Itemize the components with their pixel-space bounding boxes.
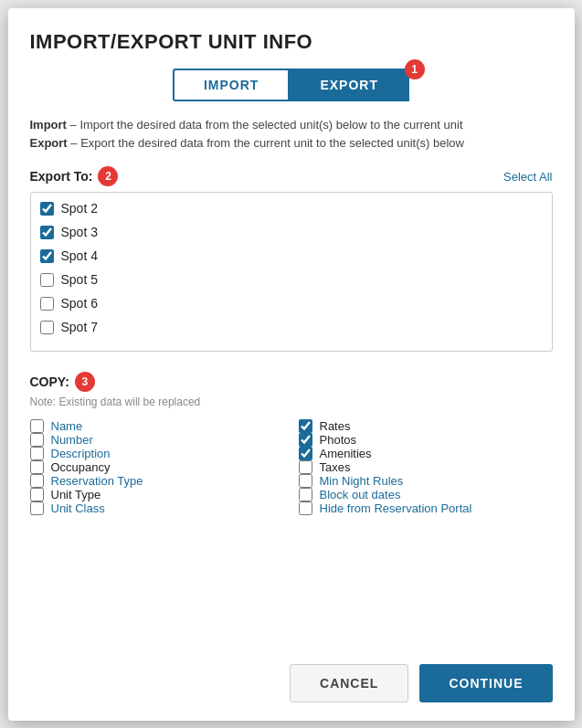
number-checkbox[interactable] [30, 433, 44, 447]
unit_class-label[interactable]: Unit Class [51, 501, 105, 515]
copy-grid: NameNumberDescriptionOccupancyReservatio… [30, 419, 553, 515]
description-checkbox[interactable] [30, 447, 44, 460]
export-section: Export To: 2 Select All Spot 2Spot 3Spot… [30, 166, 553, 352]
list-item: Amenities [299, 447, 553, 460]
export-to-text: Export To: [30, 169, 93, 184]
hide_from_portal-label[interactable]: Hide from Reservation Portal [320, 501, 472, 515]
list-item: Spot 7 [31, 315, 552, 339]
list-item: Description [30, 447, 284, 460]
dialog: IMPORT/EXPORT UNIT INFO IMPORT EXPORT 1 … [8, 8, 575, 721]
block_out_dates-checkbox[interactable] [299, 488, 312, 501]
min_night_rules-checkbox[interactable] [299, 474, 312, 488]
rates-label[interactable]: Rates [320, 419, 351, 433]
spot2-checkbox[interactable] [40, 202, 54, 216]
occupancy-label[interactable]: Occupancy [51, 460, 111, 474]
continue-button[interactable]: CONTINUE [419, 664, 552, 702]
copy-label-row: COPY: 3 [30, 372, 553, 392]
spot5-checkbox[interactable] [40, 273, 54, 287]
list-item: Unit Type [30, 488, 284, 501]
list-item: Min Night Rules [299, 474, 553, 488]
list-item: Spot 2 [31, 196, 552, 220]
copy-section: COPY: 3 Note: Existing data will be repl… [30, 372, 553, 515]
spot4-checkbox[interactable] [40, 249, 54, 263]
spot3-label[interactable]: Spot 3 [61, 225, 98, 239]
spots-list: Spot 2Spot 3Spot 4Spot 5Spot 6Spot 7 [30, 192, 553, 352]
reservation_type-label[interactable]: Reservation Type [51, 474, 143, 488]
spot5-label[interactable]: Spot 5 [61, 272, 98, 287]
unit_type-checkbox[interactable] [30, 488, 44, 501]
description-label[interactable]: Description [51, 447, 111, 460]
export-desc: – Export the desired data from the curre… [68, 136, 464, 150]
import-desc: – Import the desired data from the selec… [67, 118, 463, 132]
export-label: Export [30, 136, 68, 150]
spot7-label[interactable]: Spot 7 [61, 320, 98, 334]
block_out_dates-label[interactable]: Block out dates [320, 488, 401, 501]
list-item: Spot 5 [31, 268, 552, 291]
list-item: Spot 6 [31, 291, 552, 315]
copy-label: COPY: [30, 375, 69, 389]
photos-label[interactable]: Photos [320, 433, 356, 447]
list-item: Block out dates [299, 488, 553, 501]
tab-export[interactable]: EXPORT [289, 69, 409, 101]
select-all-link[interactable]: Select All [503, 170, 552, 184]
list-item: Rates [299, 419, 553, 433]
reservation_type-checkbox[interactable] [30, 474, 44, 488]
list-item: Occupancy [30, 460, 284, 474]
spot4-label[interactable]: Spot 4 [61, 248, 98, 263]
number-label[interactable]: Number [51, 433, 93, 447]
spot3-checkbox[interactable] [40, 226, 54, 239]
spot6-label[interactable]: Spot 6 [61, 296, 98, 311]
min_night_rules-label[interactable]: Min Night Rules [320, 474, 404, 488]
list-item: Reservation Type [30, 474, 284, 488]
list-item: Taxes [299, 460, 553, 474]
cancel-button[interactable]: CANCEL [290, 664, 408, 702]
name-label[interactable]: Name [51, 419, 83, 433]
import-label: Import [30, 118, 67, 132]
list-item: Hide from Reservation Portal [299, 501, 553, 515]
name-checkbox[interactable] [30, 419, 44, 433]
list-item: Photos [299, 433, 553, 447]
unit_class-checkbox[interactable] [30, 501, 44, 515]
copy-right-column: RatesPhotosAmenitiesTaxesMin Night Rules… [299, 419, 553, 515]
occupancy-checkbox[interactable] [30, 460, 44, 474]
copy-badge: 3 [75, 372, 95, 392]
copy-note: Note: Existing data will be replaced [30, 396, 553, 408]
export-to-label: Export To: 2 [30, 166, 119, 186]
list-item: Spot 3 [31, 220, 552, 244]
dialog-title: IMPORT/EXPORT UNIT INFO [30, 30, 553, 54]
export-header: Export To: 2 Select All [30, 166, 553, 186]
amenities-checkbox[interactable] [299, 447, 312, 460]
list-item: Name [30, 419, 284, 433]
spot6-checkbox[interactable] [40, 297, 54, 311]
unit_type-label[interactable]: Unit Type [51, 488, 101, 501]
export-badge: 2 [98, 166, 118, 186]
taxes-checkbox[interactable] [299, 460, 312, 474]
spot7-checkbox[interactable] [40, 321, 54, 334]
list-item: Number [30, 433, 284, 447]
description-text: Import – Import the desired data from th… [30, 116, 553, 154]
footer: CANCEL CONTINUE [30, 646, 553, 702]
tab-row: IMPORT EXPORT 1 [30, 69, 553, 101]
hide_from_portal-checkbox[interactable] [299, 501, 312, 515]
list-item: Unit Class [30, 501, 284, 515]
copy-left-column: NameNumberDescriptionOccupancyReservatio… [30, 419, 284, 515]
taxes-label[interactable]: Taxes [320, 460, 351, 474]
list-item: Spot 4 [31, 244, 552, 268]
rates-checkbox[interactable] [299, 419, 312, 433]
tab-badge: 1 [405, 59, 425, 79]
amenities-label[interactable]: Amenities [320, 447, 372, 460]
photos-checkbox[interactable] [299, 433, 312, 447]
spot2-label[interactable]: Spot 2 [61, 201, 98, 216]
tab-import[interactable]: IMPORT [173, 69, 289, 101]
